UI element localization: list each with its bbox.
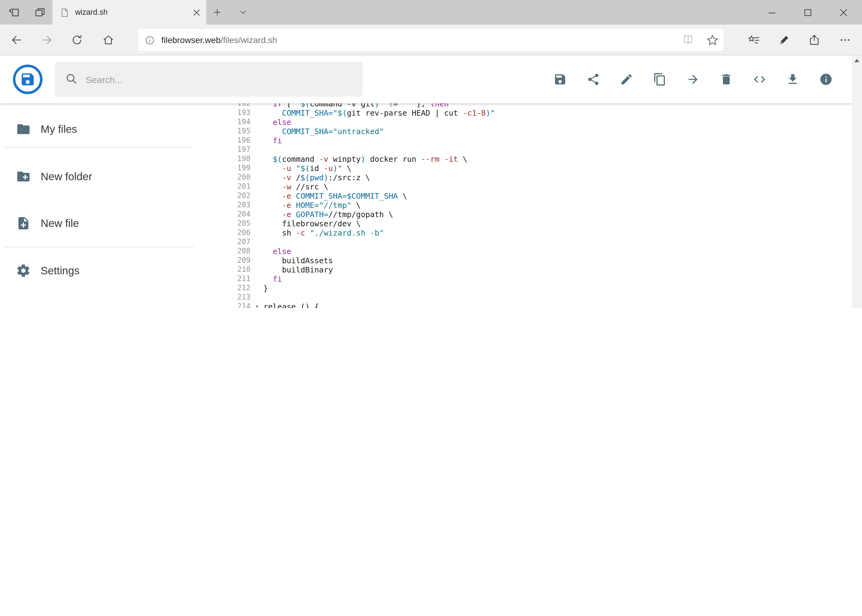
scroll-up-arrow[interactable]: [851, 55, 862, 65]
maximize-button[interactable]: [790, 0, 826, 25]
line-number: 201: [231, 182, 255, 191]
site-info-icon[interactable]: [145, 35, 155, 45]
code-editor[interactable]: 192 if [ "$(command -v git)" != "" ]; th…: [231, 103, 827, 308]
tab-title: wizard.sh: [75, 8, 193, 17]
code-line[interactable]: 193 COMMIT_SHA="$(git rev-parse HEAD | c…: [231, 108, 827, 118]
url-text[interactable]: filebrowser.web/files/wizard.sh: [161, 35, 682, 45]
forward-icon: [41, 34, 53, 46]
delete-button[interactable]: [712, 66, 739, 93]
page-content: My files New folder New file Settings Lo…: [0, 55, 862, 308]
address-bar[interactable]: filebrowser.web/files/wizard.sh: [139, 29, 723, 51]
tab-preview-button[interactable]: [31, 3, 49, 22]
code-line[interactable]: 201 -w //src \: [231, 182, 827, 191]
sidebar-item-new-folder[interactable]: New folder: [0, 162, 198, 191]
source-view-button[interactable]: [746, 66, 773, 93]
code-lines: 192 if [ "$(command -v git)" != "" ]; th…: [231, 103, 827, 308]
code-line[interactable]: 209 buildAssets: [231, 256, 827, 265]
code-line[interactable]: 207: [231, 237, 827, 247]
sidebar-item-logout[interactable]: Logout: [0, 303, 198, 308]
minimize-button[interactable]: [754, 0, 790, 25]
new-tab-button[interactable]: [208, 3, 227, 22]
copy-button[interactable]: [646, 66, 673, 93]
sidebar-item-new-file[interactable]: New file: [0, 209, 198, 238]
sidebar-item-my-files[interactable]: My files: [0, 115, 198, 144]
rename-button[interactable]: [613, 66, 640, 93]
reading-view-icon[interactable]: [682, 34, 694, 46]
tab-close-icon[interactable]: [193, 9, 200, 16]
fold-gutter: [255, 237, 263, 247]
share-icon: [808, 34, 821, 46]
code-line[interactable]: 204 -e GOPATH=//tmp/gopath \: [231, 210, 827, 219]
copy-icon: [653, 72, 666, 86]
code-text: -u "$(id -u)" \: [263, 163, 351, 173]
code-text: fi: [263, 274, 282, 284]
back-button[interactable]: [6, 29, 28, 51]
code-line[interactable]: 214▾release () {: [231, 302, 827, 308]
sidebar-item-label: Settings: [41, 264, 79, 277]
chevron-down-icon: [238, 7, 248, 17]
code-line[interactable]: 192 if [ "$(command -v git)" != "" ]; th…: [231, 103, 827, 108]
hub-button[interactable]: [742, 29, 764, 51]
favorite-star-icon[interactable]: [707, 34, 718, 46]
line-number: 192: [231, 103, 255, 108]
download-button[interactable]: [779, 66, 806, 93]
sidebar-item-label: My files: [41, 123, 77, 136]
move-button[interactable]: [679, 66, 706, 93]
refresh-button[interactable]: [66, 29, 88, 51]
home-button[interactable]: [97, 29, 120, 51]
settings-more-button[interactable]: [834, 29, 856, 51]
close-button[interactable]: [826, 0, 861, 25]
search-input[interactable]: [55, 62, 362, 97]
code-line[interactable]: 212}: [231, 284, 827, 293]
code-line[interactable]: 205 filebrowser/dev \: [231, 219, 827, 228]
code-line[interactable]: 203 -e HOME="//tmp" \: [231, 201, 827, 210]
line-number: 203: [231, 201, 255, 210]
code-line[interactable]: 211 fi: [231, 274, 827, 284]
share-button[interactable]: [803, 29, 826, 51]
tab-stack-icon: [34, 6, 46, 19]
line-number: 199: [231, 163, 255, 173]
fold-gutter: [255, 191, 263, 201]
tab-wizard-sh[interactable]: wizard.sh: [52, 0, 206, 25]
filebrowser-logo[interactable]: [13, 64, 43, 94]
ellipsis-icon: [839, 34, 851, 46]
share-nodes-icon: [586, 72, 600, 86]
plus-icon: [212, 7, 222, 17]
code-brackets-icon: [752, 72, 766, 86]
code-line[interactable]: 196 fi: [231, 136, 827, 145]
fold-gutter: [255, 103, 263, 108]
fold-gutter: [255, 293, 263, 302]
fold-gutter: [255, 136, 263, 145]
code-line[interactable]: 195 COMMIT_SHA="untracked": [231, 127, 827, 136]
code-line[interactable]: 208 else: [231, 247, 827, 256]
code-line[interactable]: 200 -v /$(pwd):/src:z \: [231, 173, 827, 182]
fold-marker-icon[interactable]: ▾: [255, 302, 263, 308]
save-button[interactable]: [546, 66, 573, 93]
code-line[interactable]: 198 $(command -v winpty) docker run --rm…: [231, 154, 827, 163]
back-icon: [11, 34, 23, 46]
share-file-button[interactable]: [580, 66, 607, 93]
code-line[interactable]: 194 else: [231, 118, 827, 127]
new-file-icon: [16, 216, 31, 231]
scrollbar[interactable]: [851, 55, 862, 308]
forward-button[interactable]: [36, 29, 58, 51]
save-icon: [553, 72, 567, 86]
minimize-icon: [769, 9, 775, 16]
web-note-button[interactable]: [772, 29, 794, 51]
code-text: $(command -v winpty) docker run --rm -it…: [263, 154, 467, 163]
maximize-icon: [804, 9, 811, 16]
code-line[interactable]: 197: [231, 145, 827, 154]
line-number: 208: [231, 247, 255, 256]
sidebar-item-settings[interactable]: Settings: [0, 256, 198, 285]
code-line[interactable]: 199 -u "$(id -u)" \: [231, 163, 827, 173]
code-line[interactable]: 206 sh -c "./wizard.sh -b": [231, 228, 827, 237]
code-line[interactable]: 202 -e COMMIT_SHA=$COMMIT_SHA \: [231, 191, 827, 201]
tab-preview-toggle[interactable]: [234, 3, 252, 22]
set-tabs-aside-button[interactable]: [5, 3, 24, 22]
info-button[interactable]: [812, 66, 839, 93]
sidebar-divider: [4, 147, 194, 148]
code-text: -e HOME="//tmp" \: [263, 201, 361, 210]
code-line[interactable]: 213: [231, 293, 827, 302]
code-line[interactable]: 210 buildBinary: [231, 265, 827, 274]
line-number: 205: [231, 219, 255, 228]
